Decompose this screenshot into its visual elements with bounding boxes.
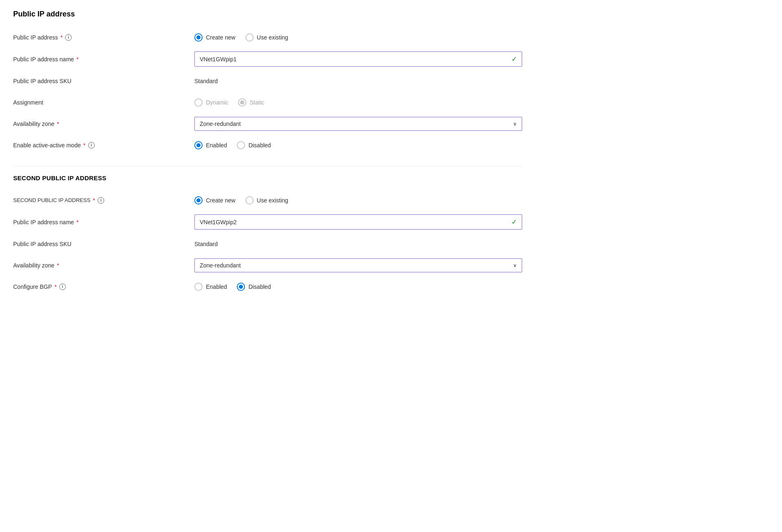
second-public-ip-sku-value: Standard <box>194 241 218 247</box>
create-new-radio-circle[interactable] <box>194 33 203 42</box>
assignment-control: Dynamic Static <box>194 98 522 107</box>
info-icon-public-ip[interactable]: i <box>65 34 72 41</box>
availability-zone-label: Availability zone * <box>13 121 194 127</box>
section1: Public IP address Public IP address * i … <box>13 10 522 156</box>
static-radio-option[interactable]: Static <box>238 98 264 107</box>
required-star-8: * <box>54 283 56 290</box>
info-icon-second-public-ip[interactable]: i <box>98 197 104 204</box>
configure-bgp-control: Enabled Disabled <box>194 283 522 291</box>
public-ip-address-row: Public IP address * i Create new Use exi… <box>13 27 522 48</box>
bgp-enabled-radio-label: Enabled <box>206 283 227 290</box>
active-active-disabled-radio-label: Disabled <box>248 142 271 149</box>
second-use-existing-radio-circle[interactable] <box>245 196 254 204</box>
assignment-label-text: Assignment <box>13 99 43 106</box>
configure-bgp-label: Configure BGP * i <box>13 283 194 290</box>
second-public-ip-name-control: VNet1GWpip2 ✓ <box>194 214 522 230</box>
active-active-mode-control: Enabled Disabled <box>194 141 522 149</box>
public-ip-name-input-value: VNet1GWpip1 <box>200 56 236 63</box>
second-public-ip-radio-group: Create new Use existing <box>194 196 288 204</box>
required-star-5: * <box>93 197 95 204</box>
second-public-ip-row: SECOND PUBLIC IP ADDRESS * i Create new … <box>13 190 522 211</box>
use-existing-radio-label: Use existing <box>257 34 288 41</box>
active-active-enabled-radio-circle[interactable] <box>194 141 203 149</box>
second-public-ip-sku-control: Standard <box>194 241 522 247</box>
public-ip-sku-row: Public IP address SKU Standard <box>13 70 522 92</box>
chevron-down-icon-1: ∨ <box>513 121 517 127</box>
assignment-row: Assignment Dynamic Static <box>13 92 522 113</box>
active-active-disabled-radio-option[interactable]: Disabled <box>237 141 271 149</box>
second-public-ip-label: SECOND PUBLIC IP ADDRESS * i <box>13 197 194 204</box>
second-availability-zone-value: Zone-redundant <box>200 262 241 269</box>
public-ip-address-label-text: Public IP address <box>13 34 58 41</box>
required-star-7: * <box>57 262 59 269</box>
use-existing-radio-option[interactable]: Use existing <box>245 33 288 42</box>
second-create-new-radio-circle[interactable] <box>194 196 203 204</box>
bgp-disabled-radio-option[interactable]: Disabled <box>237 283 271 291</box>
active-active-radio-group: Enabled Disabled <box>194 141 271 149</box>
check-icon-1: ✓ <box>511 55 517 63</box>
public-ip-name-control: VNet1GWpip1 ✓ <box>194 51 522 67</box>
second-public-ip-label-text: SECOND PUBLIC IP ADDRESS <box>13 197 91 203</box>
active-active-mode-label-text: Enable active-active mode <box>13 142 81 149</box>
second-use-existing-radio-option[interactable]: Use existing <box>245 196 288 204</box>
availability-zone-dropdown[interactable]: Zone-redundant ∨ <box>194 117 522 131</box>
public-ip-address-label: Public IP address * i <box>13 34 194 41</box>
assignment-label: Assignment <box>13 99 194 106</box>
public-ip-sku-label: Public IP address SKU <box>13 78 194 84</box>
active-active-enabled-radio-label: Enabled <box>206 142 227 149</box>
second-create-new-radio-label: Create new <box>206 197 236 204</box>
second-availability-zone-label: Availability zone * <box>13 262 194 269</box>
second-public-ip-name-input-value: VNet1GWpip2 <box>200 219 236 225</box>
dynamic-radio-option[interactable]: Dynamic <box>194 98 228 107</box>
use-existing-radio-circle[interactable] <box>245 33 254 42</box>
second-public-ip-sku-label-text: Public IP address SKU <box>13 241 71 247</box>
second-use-existing-radio-label: Use existing <box>257 197 288 204</box>
dynamic-radio-circle <box>194 98 203 107</box>
second-availability-zone-row: Availability zone * Zone-redundant ∨ <box>13 255 522 276</box>
second-public-ip-control: Create new Use existing <box>194 196 522 204</box>
public-ip-name-row: Public IP address name * VNet1GWpip1 ✓ <box>13 48 522 70</box>
second-create-new-radio-option[interactable]: Create new <box>194 196 236 204</box>
create-new-radio-option[interactable]: Create new <box>194 33 236 42</box>
second-public-ip-name-row: Public IP address name * VNet1GWpip2 ✓ <box>13 211 522 233</box>
configure-bgp-row: Configure BGP * i Enabled Disabled <box>13 276 522 297</box>
bgp-disabled-radio-label: Disabled <box>248 283 271 290</box>
second-public-ip-name-label-text: Public IP address name <box>13 219 74 225</box>
info-icon-active-active[interactable]: i <box>88 142 95 149</box>
availability-zone-control: Zone-redundant ∨ <box>194 117 522 131</box>
public-ip-sku-control: Standard <box>194 78 522 84</box>
active-active-mode-row: Enable active-active mode * i Enabled Di… <box>13 135 522 156</box>
info-icon-configure-bgp[interactable]: i <box>59 283 66 290</box>
section1-title: Public IP address <box>13 10 522 19</box>
public-ip-name-input-wrapper[interactable]: VNet1GWpip1 ✓ <box>194 51 522 67</box>
static-radio-label: Static <box>250 99 264 106</box>
static-radio-circle <box>238 98 246 107</box>
second-public-ip-name-input-wrapper[interactable]: VNet1GWpip2 ✓ <box>194 214 522 230</box>
active-active-disabled-radio-circle[interactable] <box>237 141 245 149</box>
second-availability-zone-dropdown[interactable]: Zone-redundant ∨ <box>194 258 522 272</box>
configure-bgp-radio-group: Enabled Disabled <box>194 283 271 291</box>
public-ip-name-label-text: Public IP address name <box>13 56 74 63</box>
required-star-6: * <box>77 219 79 225</box>
second-availability-zone-label-text: Availability zone <box>13 262 54 269</box>
second-public-ip-sku-label: Public IP address SKU <box>13 241 194 247</box>
required-star-1: * <box>61 34 63 41</box>
active-active-enabled-radio-option[interactable]: Enabled <box>194 141 227 149</box>
active-active-mode-label: Enable active-active mode * i <box>13 142 194 149</box>
availability-zone-value: Zone-redundant <box>200 121 241 127</box>
section2: SECOND PUBLIC IP ADDRESS SECOND PUBLIC I… <box>13 166 522 297</box>
dynamic-radio-label: Dynamic <box>206 99 228 106</box>
chevron-down-icon-2: ∨ <box>513 263 517 268</box>
availability-zone-label-text: Availability zone <box>13 121 54 127</box>
bgp-disabled-radio-circle[interactable] <box>237 283 245 291</box>
availability-zone-row: Availability zone * Zone-redundant ∨ <box>13 113 522 135</box>
public-ip-sku-value: Standard <box>194 78 218 84</box>
bgp-enabled-radio-circle[interactable] <box>194 283 203 291</box>
public-ip-radio-group: Create new Use existing <box>194 33 288 42</box>
section-divider <box>13 166 522 166</box>
section2-title: SECOND PUBLIC IP ADDRESS <box>13 174 522 181</box>
required-star-3: * <box>57 121 59 127</box>
bgp-enabled-radio-option[interactable]: Enabled <box>194 283 227 291</box>
second-public-ip-sku-row: Public IP address SKU Standard <box>13 233 522 255</box>
create-new-radio-label: Create new <box>206 34 236 41</box>
